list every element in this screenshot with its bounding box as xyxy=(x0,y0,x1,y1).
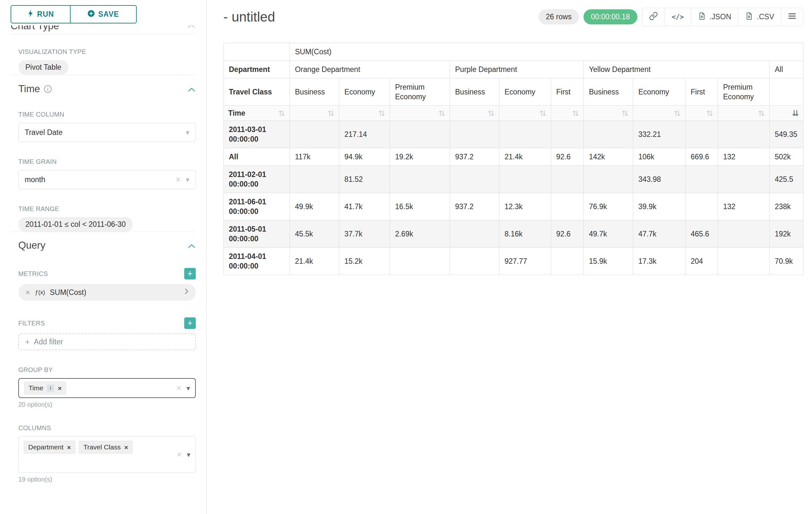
cell xyxy=(686,193,718,220)
remove-metric-icon[interactable]: × xyxy=(25,288,30,297)
remove-chip-icon[interactable]: × xyxy=(67,444,71,451)
table-row: All117k94.9k19.2k937.221.4k92.6142k106k6… xyxy=(224,148,804,166)
sort-cell xyxy=(686,106,718,121)
cell: 21.4k xyxy=(499,148,551,166)
sort-cell xyxy=(584,106,633,121)
sort-icon[interactable] xyxy=(572,110,579,117)
sort-icon[interactable] xyxy=(622,110,629,117)
group-by-select[interactable]: Time i × × ▾ xyxy=(18,378,196,398)
cell xyxy=(686,121,718,148)
cell xyxy=(450,166,499,193)
info-icon[interactable]: i xyxy=(44,85,52,93)
cell: 49.7k xyxy=(584,220,633,248)
cell: 12.3k xyxy=(499,193,551,220)
sort-desc-icon[interactable] xyxy=(792,110,799,117)
add-filter-button[interactable]: + xyxy=(184,317,196,329)
chart-area: - untitled 26 rows 00:00:00.18 </> xyxy=(207,0,812,514)
section-divider xyxy=(10,34,196,34)
save-button-label: SAVE xyxy=(98,10,119,19)
chevron-up-icon[interactable] xyxy=(187,25,196,30)
metric-pill[interactable]: × ƒ(x) SUM(Cost) xyxy=(18,284,196,301)
action-buttons: RUN SAVE xyxy=(10,5,196,23)
run-button[interactable]: RUN xyxy=(10,5,70,23)
row-label: 2011-03-01 00:00:00 xyxy=(224,121,290,148)
travel-class-name: First xyxy=(551,78,584,106)
sort-icon[interactable] xyxy=(488,110,495,117)
cell: 132 xyxy=(718,148,770,166)
export-json-button[interactable]: .JSON xyxy=(691,8,738,26)
view-query-button[interactable]: </> xyxy=(665,8,691,26)
time-range-pill[interactable]: 2011-01-01 ≤ col < 2011-06-30 xyxy=(18,217,133,232)
chart-type-section-header[interactable]: Chart Type xyxy=(10,25,196,34)
section-divider xyxy=(10,232,196,232)
remove-chip-icon[interactable]: × xyxy=(58,385,62,391)
cell: 2.69k xyxy=(390,220,450,248)
sort-icon[interactable] xyxy=(378,110,385,117)
hamburger-menu-icon xyxy=(788,12,796,22)
query-section: Query METRICS + × ƒ(x) SUM(Cost) FILTERS… xyxy=(10,240,196,483)
visualization-type-label: VISUALIZATION TYPE xyxy=(18,48,196,56)
chevron-down-icon[interactable]: ▾ xyxy=(186,176,190,184)
columns-chip[interactable]: Department × xyxy=(24,441,76,454)
group-by-option-count: 20 option(s) xyxy=(18,401,196,408)
travel-class-name: Economy xyxy=(633,78,686,106)
menu-button[interactable] xyxy=(781,8,803,26)
clear-icon[interactable]: × xyxy=(176,175,181,184)
group-by-chip[interactable]: Time i × xyxy=(24,382,66,395)
clear-icon[interactable]: × xyxy=(176,384,181,393)
select-controls: × ▾ xyxy=(176,384,190,393)
cell: 502k xyxy=(770,148,804,166)
travel-class-name: First xyxy=(686,78,718,106)
sort-icon[interactable] xyxy=(438,110,445,117)
travel-class-name: Business xyxy=(584,78,633,106)
sort-row: Time xyxy=(224,106,804,121)
travel-class-name: Economy xyxy=(339,78,390,106)
sort-cell xyxy=(770,106,804,121)
add-filter-box[interactable]: + Add filter xyxy=(18,333,196,350)
file-download-icon xyxy=(698,12,706,22)
collapse-chevron-icon[interactable] xyxy=(187,83,196,95)
cell: 217.14 xyxy=(339,121,390,148)
time-column-select[interactable]: Travel Date ▾ xyxy=(18,123,196,142)
info-icon[interactable]: i xyxy=(47,384,54,392)
chevron-right-icon[interactable] xyxy=(184,288,189,297)
cell: 19.2k xyxy=(390,148,450,166)
row-label: 2011-05-01 00:00:00 xyxy=(224,220,290,248)
chevron-down-icon[interactable]: ▾ xyxy=(186,384,190,392)
sort-icon[interactable] xyxy=(540,110,546,117)
columns-select[interactable]: Department × Travel Class × × ▾ xyxy=(18,436,196,473)
share-link-button[interactable] xyxy=(642,8,665,26)
collapse-chevron-icon[interactable] xyxy=(187,240,196,251)
sort-icon[interactable] xyxy=(278,110,285,117)
cell: 76.9k xyxy=(584,193,633,220)
query-section-header: Query xyxy=(18,240,196,251)
visualization-type-pill[interactable]: Pivot Table xyxy=(18,60,68,75)
sort-cell xyxy=(339,106,390,121)
table-row: 2011-02-01 00:00:0081.52343.98425.5 xyxy=(224,166,804,193)
department-name: Purple Department xyxy=(450,61,584,78)
sort-cell xyxy=(551,106,584,121)
chevron-down-icon[interactable]: ▾ xyxy=(186,129,190,137)
select-controls: × ▾ xyxy=(176,451,190,459)
metric-header-row: SUM(Cost) xyxy=(224,43,804,61)
remove-chip-icon[interactable]: × xyxy=(124,444,128,451)
sort-icon[interactable] xyxy=(758,110,765,117)
sort-cell xyxy=(390,106,450,121)
export-csv-button[interactable]: .CSV xyxy=(738,8,781,26)
query-section-title: Query xyxy=(18,240,45,251)
add-metric-button[interactable]: + xyxy=(184,268,196,279)
sort-icon[interactable] xyxy=(328,110,335,117)
row-label: 2011-04-01 00:00:00 xyxy=(224,248,290,275)
save-button[interactable]: SAVE xyxy=(70,5,137,23)
chevron-down-icon[interactable]: ▾ xyxy=(187,451,190,459)
filters-label: FILTERS xyxy=(18,320,45,327)
columns-chip[interactable]: Travel Class × xyxy=(79,441,133,454)
row-label: 2011-06-01 00:00:00 xyxy=(224,193,290,220)
sort-icon[interactable] xyxy=(706,110,713,117)
cell: 70.9k xyxy=(770,248,804,275)
cell: 937.2 xyxy=(450,193,499,220)
time-grain-select[interactable]: month × ▾ xyxy=(18,170,196,189)
clear-icon[interactable]: × xyxy=(176,451,182,459)
chart-title[interactable]: - untitled xyxy=(223,9,275,25)
sort-icon[interactable] xyxy=(674,110,681,117)
